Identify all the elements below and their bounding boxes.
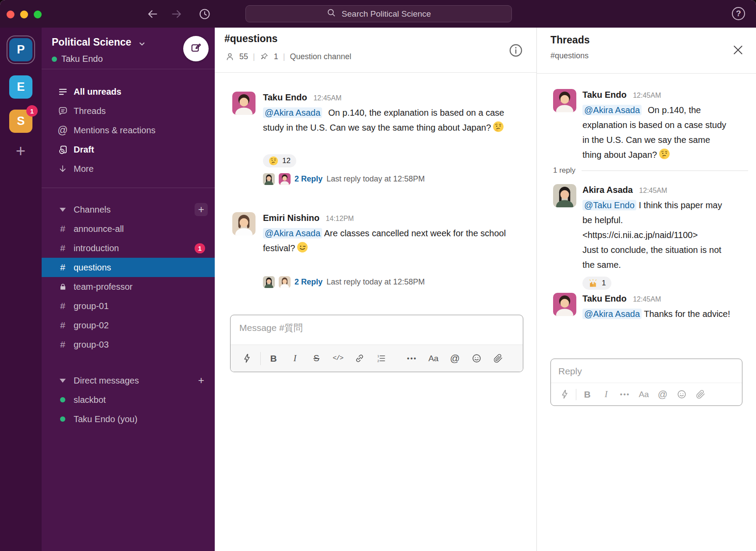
italic-button[interactable]: I [600,389,612,400]
sidebar-item-channel-announce-all[interactable]: # announce-all [42,219,215,238]
message-timestamp[interactable]: 12:45AM [633,295,661,303]
add-dm-button[interactable]: + [195,374,208,387]
reaction-pill[interactable]: 1 [582,277,611,290]
thread-reply-link[interactable]: 2 Reply [295,277,323,287]
add-workspace-button[interactable]: + [12,142,29,159]
message-author[interactable]: Taku Endo [582,90,627,100]
new-message-button[interactable] [183,36,209,61]
more-formatting-button[interactable]: ••• [406,353,418,364]
window-close-button[interactable] [7,11,14,18]
user-mention[interactable]: @Akira Asada [263,228,322,238]
avatar [263,173,275,185]
attach-file-icon[interactable] [695,389,706,400]
thread-summary[interactable]: 2 Reply Last reply today at 12:58PM [263,173,524,185]
user-mention[interactable]: @Akira Asada [582,309,642,319]
channels-section-header[interactable]: Channels + [42,200,215,219]
sidebar-item-mentions-reactions[interactable]: @ Mentions & reactions [42,121,215,140]
avatar[interactable] [553,293,576,316]
history-back-button[interactable] [146,8,159,20]
message-author[interactable]: Akira Asada [582,185,633,195]
message-timestamp[interactable]: 14:12PM [326,215,354,222]
sidebar-item-channel-group-02[interactable]: # group-02 [42,316,215,335]
thread-summary[interactable]: 2 Reply Last reply today at 12:58PM [263,276,524,288]
sidebar-item-dm-taku-endo[interactable]: Taku Endo (you) [42,409,215,429]
channel-topic[interactable]: Question channel [290,52,351,61]
sidebar-item-dm-slackbot[interactable]: slackbot [42,390,215,409]
window-minimize-button[interactable] [20,11,28,18]
workspace-switcher-s[interactable]: S 1 [9,110,32,133]
message-timestamp[interactable]: 12:45AM [639,187,667,194]
dms-section-header[interactable]: Direct messages + [42,371,215,390]
link-icon[interactable] [354,353,365,364]
current-user-status[interactable]: Taku Endo [52,54,103,64]
ordered-list-icon[interactable]: 12 [375,353,387,364]
more-formatting-button[interactable]: ••• [619,389,631,400]
hash-icon: # [57,320,68,331]
window-zoom-button[interactable] [34,11,42,18]
help-button[interactable]: ? [732,7,745,20]
thinking-face-emoji [659,148,670,160]
member-count[interactable]: 55 [239,52,248,61]
emoji-picker-icon[interactable] [471,353,482,364]
add-channel-button[interactable]: + [195,203,208,216]
pin-count[interactable]: 1 [274,52,278,61]
search-input[interactable]: Search Political Science [245,5,512,22]
avatar[interactable] [553,184,576,207]
workspace-menu-button[interactable]: Political Science [52,36,146,48]
message-author[interactable]: Emiri Nishino [263,213,319,223]
bold-button[interactable]: B [582,389,593,400]
sidebar-item-all-unreads[interactable]: All unreads [42,82,215,101]
thread-reply: Taku Endo 12:45AM @Akira Asada Thanks fo… [553,293,752,321]
top-bar: Search Political Science ? [0,0,756,28]
sidebar-item-channel-questions[interactable]: # questions [42,258,215,277]
sidebar-item-channel-group-03[interactable]: # group-03 [42,335,215,354]
sidebar-item-draft[interactable]: Draft [42,140,215,159]
message-composer[interactable]: Message #質問 B I S </> 12 ••• Aa @ [230,315,523,372]
sidebar-item-threads[interactable]: Threads [42,101,215,121]
text-format-button[interactable]: Aa [638,389,650,400]
mention-button[interactable]: @ [449,353,461,364]
history-clock-icon[interactable] [199,8,211,20]
text-format-button[interactable]: Aa [428,353,439,364]
message-text: @Taku Endo I think this paper may be hel… [582,198,731,272]
composer-toolbar: B I S </> 12 ••• Aa @ [231,345,523,372]
user-mention[interactable]: @Taku Endo [582,200,636,210]
sidebar-item-channel-group-01[interactable]: # group-01 [42,296,215,316]
shortcuts-icon[interactable] [559,389,570,400]
sidebar-item-channel-team-professor[interactable]: team-professor [42,277,215,296]
mention-button[interactable]: @ [657,389,668,400]
user-mention[interactable]: @Akira Asada [263,107,322,118]
compose-icon [190,42,202,56]
user-mention[interactable]: @Akira Asada [582,105,642,115]
direct-messages-section: Direct messages + slackbot Taku Endo (yo… [42,371,215,429]
message-timestamp[interactable]: 12:45AM [633,92,661,99]
shortcuts-icon[interactable] [241,353,252,364]
message-author[interactable]: Taku Endo [582,294,627,303]
members-icon[interactable] [225,52,234,61]
reaction-pill[interactable]: 12 [263,154,296,167]
avatar[interactable] [553,89,576,112]
history-forward-button[interactable] [170,8,183,20]
strikethrough-button[interactable]: S [311,353,322,364]
workspace-switcher-political-science[interactable]: P [9,38,32,61]
close-threads-button[interactable] [731,43,745,57]
channel-info-button[interactable] [508,43,523,58]
workspace-switcher-e[interactable]: E [9,75,32,99]
avatar[interactable] [232,92,256,115]
emoji-picker-icon[interactable] [676,389,687,400]
bold-button[interactable]: B [268,353,279,364]
sidebar-item-channel-introduction[interactable]: # introduction 1 [42,238,215,258]
hash-icon: # [57,339,68,350]
attach-file-icon[interactable] [492,353,504,364]
reply-composer[interactable]: Reply B I ••• Aa @ [550,359,742,406]
thread-reply: Akira Asada 12:45AM @Taku Endo I think t… [553,184,752,290]
thread-reply-link[interactable]: 2 Reply [295,174,323,184]
avatar [263,276,275,288]
code-button[interactable]: </> [332,353,344,364]
sidebar-item-more[interactable]: More [42,159,215,178]
message-author[interactable]: Taku Endo [263,92,307,102]
pin-icon[interactable] [260,52,269,61]
message-timestamp[interactable]: 12:45AM [313,94,341,102]
italic-button[interactable]: I [289,353,301,364]
avatar[interactable] [232,212,256,235]
